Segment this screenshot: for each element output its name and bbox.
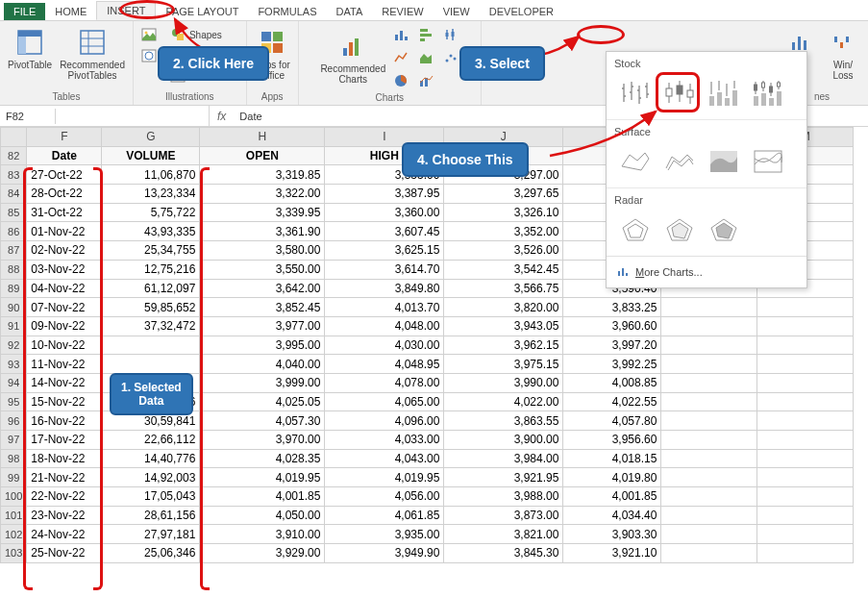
surface-contour-button[interactable] [705,145,743,178]
cell[interactable]: 4,048.95 [325,355,444,374]
cell[interactable]: 3,990.00 [444,373,563,392]
stock-chart-dropdown[interactable] [441,25,460,44]
cell[interactable] [661,392,757,411]
cell[interactable]: 3,997.20 [563,336,661,355]
cell[interactable]: 3,580.00 [200,241,325,261]
online-pictures-button[interactable] [139,46,159,65]
cell[interactable]: 23-Nov-22 [27,506,102,525]
cell[interactable]: 3,845.30 [444,544,563,563]
cell[interactable]: 4,034.40 [563,506,661,525]
cell[interactable]: 3,352.00 [444,222,563,241]
cell[interactable]: 37,32,472 [102,316,200,336]
cell[interactable]: 11,06,870 [102,165,200,185]
cell[interactable]: 3,988.00 [444,487,563,507]
row-header[interactable]: 82 [1,146,27,165]
cell[interactable]: 4,078.00 [325,373,444,392]
cell[interactable]: 3,319.85 [200,165,325,185]
cell[interactable]: 3,339.95 [200,203,325,222]
cell[interactable]: 61,12,097 [102,279,200,298]
cell[interactable]: 4,018.15 [563,449,661,468]
cell[interactable]: 3,820.00 [444,298,563,317]
sparkline-winloss-button[interactable]: Win/ Loss [824,25,862,83]
cell[interactable]: 12,75,216 [102,260,200,279]
cell[interactable] [661,487,757,507]
cell[interactable]: 3,642.00 [200,279,325,298]
cell[interactable]: 3,614.70 [325,260,444,279]
column-header[interactable]: F [27,128,102,147]
cell[interactable] [757,355,854,374]
cell[interactable]: 25,06,346 [102,544,200,563]
more-charts-button[interactable]: More Charts... [607,256,806,287]
cell[interactable] [757,411,854,431]
cell[interactable] [661,316,757,336]
cell[interactable]: 3,360.00 [325,203,444,222]
cell[interactable]: 17-Nov-22 [27,431,102,450]
cell[interactable]: 21-Nov-22 [27,468,102,487]
cell[interactable]: 4,028.35 [200,449,325,468]
cell[interactable]: 4,022.55 [563,392,661,411]
cell[interactable]: 31-Oct-22 [27,203,102,222]
cell[interactable]: 3,935.00 [325,525,444,544]
cell[interactable]: 04-Nov-22 [27,279,102,298]
cell[interactable]: 16-Nov-22 [27,411,102,431]
area-chart-button[interactable] [416,48,435,67]
cell[interactable]: 02-Nov-22 [27,241,102,261]
cell[interactable]: 4,061.85 [325,506,444,525]
cell[interactable]: 4,065.00 [325,392,444,411]
cell[interactable]: 15-Nov-22 [27,392,102,411]
column-header[interactable]: H [200,128,325,147]
cell[interactable]: 4,057.30 [200,411,325,431]
surface-wirecontour-button[interactable] [749,145,787,178]
cell[interactable]: VOLUME [102,146,200,165]
cell[interactable]: 3,550.00 [200,260,325,279]
surface-wireframe-button[interactable] [660,145,699,178]
cell[interactable]: 4,019.95 [325,468,444,487]
cell[interactable]: 3,863.55 [444,411,563,431]
cell[interactable] [757,544,854,563]
cell[interactable]: 3,984.00 [444,449,563,468]
stock-hlc-button[interactable] [616,77,655,110]
combo-chart-button[interactable] [416,71,435,90]
cell[interactable]: 4,001.85 [563,487,661,507]
cell[interactable]: 3,921.95 [444,468,563,487]
cell[interactable]: 3,977.00 [200,316,325,336]
cell[interactable]: 28,61,156 [102,506,200,525]
cell[interactable]: 14-Nov-22 [27,373,102,392]
tab-home[interactable]: HOME [45,3,96,20]
pivottable-button[interactable]: PivotTable [6,25,54,72]
stock-vhlc-button[interactable] [705,77,743,110]
cell[interactable]: 4,033.00 [325,431,444,450]
cell[interactable]: 59,85,652 [102,298,200,317]
tab-developer[interactable]: DEVELOPER [480,3,563,20]
cell[interactable]: 4,008.85 [563,373,661,392]
cell[interactable]: 3,943.05 [444,316,563,336]
cell[interactable]: 3,949.90 [325,544,444,563]
cell[interactable]: 25-Nov-22 [27,544,102,563]
cell[interactable]: 3,322.00 [200,185,325,204]
cell[interactable]: 11-Nov-22 [27,355,102,374]
recommended-charts-button[interactable]: Recommended Charts [318,29,387,87]
cell[interactable]: 22-Nov-22 [27,487,102,507]
cell[interactable] [661,431,757,450]
cell[interactable]: 3,999.00 [200,373,325,392]
cell[interactable] [757,525,854,544]
cell[interactable] [757,487,854,507]
column-header[interactable]: G [102,128,200,147]
cell[interactable] [661,544,757,563]
cell[interactable]: 4,001.85 [200,487,325,507]
cell[interactable]: 3,921.10 [563,544,661,563]
cell[interactable] [661,449,757,468]
cell[interactable]: 3,833.25 [563,298,661,317]
cell[interactable]: 18-Nov-22 [27,449,102,468]
cell[interactable]: 3,542.45 [444,260,563,279]
cell[interactable]: 4,025.05 [200,392,325,411]
tab-review[interactable]: REVIEW [372,3,433,20]
cell[interactable]: 3,992.25 [563,355,661,374]
cell[interactable]: 3,852.45 [200,298,325,317]
fx-icon[interactable]: fx [210,110,234,123]
cell[interactable]: 5,75,722 [102,203,200,222]
cell[interactable]: 3,975.15 [444,355,563,374]
cell[interactable]: 4,022.00 [444,392,563,411]
cell[interactable]: Date [27,146,102,165]
cell[interactable] [661,336,757,355]
